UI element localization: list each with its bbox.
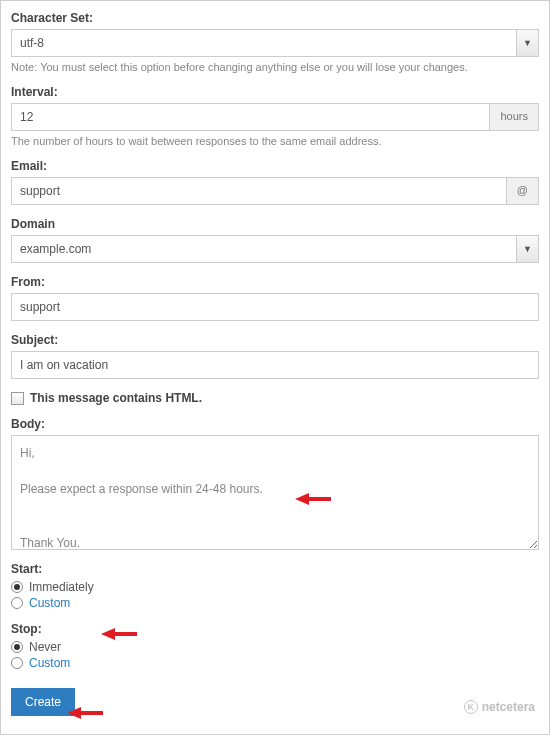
- arrow-annotation-icon: [67, 707, 103, 719]
- email-input[interactable]: support: [11, 177, 507, 205]
- domain-select[interactable]: example.com ▼: [11, 235, 539, 263]
- stop-label: Stop:: [11, 622, 539, 636]
- radio-icon[interactable]: [11, 581, 23, 593]
- start-opt2: Custom: [29, 596, 70, 610]
- email-group: Email: support @: [11, 159, 539, 205]
- body-group: Body: Hi, Please expect a response withi…: [11, 417, 539, 550]
- arrow-annotation-icon: [295, 493, 331, 505]
- domain-label: Domain: [11, 217, 539, 231]
- charset-select[interactable]: utf-8 ▼: [11, 29, 539, 57]
- arrow-annotation-icon: [101, 628, 137, 640]
- start-group: Start: Immediately Custom: [11, 562, 539, 610]
- brand-watermark: K netcetera: [464, 700, 535, 714]
- interval-input[interactable]: 12: [11, 103, 490, 131]
- charset-group: Character Set: utf-8 ▼ Note: You must se…: [11, 11, 539, 73]
- stop-custom-row[interactable]: Custom: [11, 656, 539, 670]
- radio-icon[interactable]: [11, 657, 23, 669]
- from-group: From: support: [11, 275, 539, 321]
- start-label: Start:: [11, 562, 539, 576]
- subject-label: Subject:: [11, 333, 539, 347]
- subject-input[interactable]: I am on vacation: [11, 351, 539, 379]
- interval-hint: The number of hours to wait between resp…: [11, 135, 539, 147]
- body-label: Body:: [11, 417, 539, 431]
- create-button[interactable]: Create: [11, 688, 75, 716]
- charset-hint: Note: You must select this option before…: [11, 61, 539, 73]
- from-label: From:: [11, 275, 539, 289]
- from-input[interactable]: support: [11, 293, 539, 321]
- domain-value: example.com: [12, 236, 516, 262]
- stop-opt2: Custom: [29, 656, 70, 670]
- charset-label: Character Set:: [11, 11, 539, 25]
- start-custom-row[interactable]: Custom: [11, 596, 539, 610]
- interval-group: Interval: 12 hours The number of hours t…: [11, 85, 539, 147]
- chevron-down-icon[interactable]: ▼: [516, 30, 538, 56]
- start-opt1: Immediately: [29, 580, 94, 594]
- html-checkbox[interactable]: [11, 392, 24, 405]
- start-immediately-row[interactable]: Immediately: [11, 580, 539, 594]
- domain-group: Domain example.com ▼: [11, 217, 539, 263]
- html-checkbox-row: This message contains HTML.: [11, 391, 539, 405]
- html-checkbox-label: This message contains HTML.: [30, 391, 202, 405]
- brand-text: netcetera: [482, 700, 535, 714]
- subject-group: Subject: I am on vacation: [11, 333, 539, 379]
- body-textarea[interactable]: Hi, Please expect a response within 24-4…: [11, 435, 539, 550]
- radio-icon[interactable]: [11, 641, 23, 653]
- chevron-down-icon[interactable]: ▼: [516, 236, 538, 262]
- stop-group: Stop: Never Custom: [11, 622, 539, 670]
- email-label: Email:: [11, 159, 539, 173]
- interval-unit: hours: [490, 103, 539, 131]
- at-suffix: @: [507, 177, 539, 205]
- stop-never-row[interactable]: Never: [11, 640, 539, 654]
- form-panel: Character Set: utf-8 ▼ Note: You must se…: [0, 0, 550, 735]
- brand-icon: K: [464, 700, 478, 714]
- charset-value: utf-8: [12, 30, 516, 56]
- interval-label: Interval:: [11, 85, 539, 99]
- radio-icon[interactable]: [11, 597, 23, 609]
- stop-opt1: Never: [29, 640, 61, 654]
